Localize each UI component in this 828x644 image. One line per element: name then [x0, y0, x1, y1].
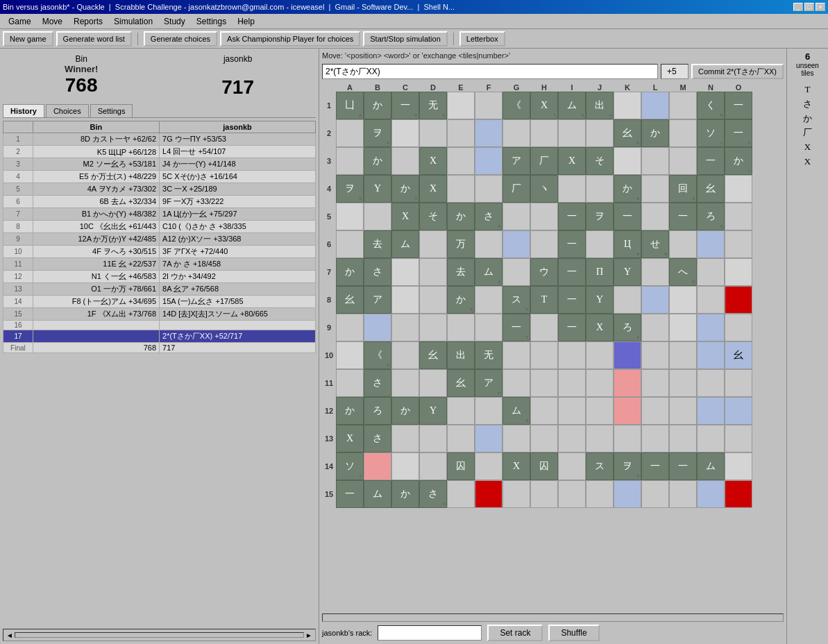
board-cell[interactable] [614, 147, 641, 175]
board-cell[interactable]: ス6 [502, 286, 530, 314]
board-cell[interactable] [697, 425, 725, 452]
board-cell[interactable]: ア6 [475, 369, 502, 397]
board-cell[interactable] [641, 286, 669, 314]
board-cell[interactable]: ム4 [502, 397, 530, 425]
board-cell[interactable]: Χ [419, 147, 447, 175]
board-cell[interactable]: か5 [391, 175, 419, 203]
board-cell[interactable]: 凵6 [336, 92, 364, 119]
board-cell[interactable] [419, 452, 447, 480]
board-cell[interactable]: さ [364, 258, 391, 286]
board-cell[interactable] [336, 230, 364, 258]
board-cell[interactable]: 厂 [502, 175, 530, 203]
maximize-btn[interactable]: □ [804, 3, 814, 11]
board-cell[interactable] [364, 314, 391, 341]
board-cell[interactable] [336, 119, 364, 147]
board-cell[interactable]: さ [364, 369, 391, 397]
board-cell[interactable]: 一 [697, 147, 725, 175]
board-cell[interactable] [586, 397, 614, 425]
board-cell[interactable]: 一 [336, 480, 364, 508]
board-cell[interactable] [669, 397, 697, 425]
board-cell[interactable]: ア [364, 286, 391, 314]
board-cell[interactable] [391, 425, 419, 452]
board-cell[interactable] [475, 147, 502, 175]
board-cell[interactable] [558, 369, 586, 397]
board-cell[interactable] [336, 341, 364, 369]
board-cell[interactable] [447, 175, 475, 203]
board-cell[interactable] [475, 230, 502, 258]
set-rack-button[interactable]: Set rack [487, 625, 543, 641]
board-cell[interactable] [558, 452, 586, 480]
board-cell[interactable]: 一 [558, 203, 586, 230]
board-cell[interactable]: T [530, 286, 558, 314]
board-cell[interactable]: 幺 [447, 369, 475, 397]
board-cell[interactable]: 幺 [725, 341, 752, 369]
board-cell[interactable] [586, 341, 614, 369]
board-cell[interactable]: 厂 [530, 147, 558, 175]
board-cell[interactable] [558, 397, 586, 425]
board-cell[interactable]: か [364, 147, 391, 175]
board-cell[interactable]: 一 [558, 230, 586, 258]
board-cell[interactable] [669, 92, 697, 119]
generate-word-list-button[interactable]: Generate word list [56, 31, 132, 46]
board-cell[interactable] [447, 119, 475, 147]
board-cell[interactable] [475, 425, 502, 452]
board-cell[interactable] [447, 314, 475, 341]
board-cell[interactable]: か [336, 397, 364, 425]
board-cell[interactable] [669, 341, 697, 369]
board-cell[interactable]: 万 [447, 230, 475, 258]
board-cell[interactable] [502, 230, 530, 258]
board-cell[interactable] [419, 314, 447, 341]
board-cell[interactable]: Χ [419, 175, 447, 203]
board-cell[interactable] [614, 425, 641, 452]
board-cell[interactable] [725, 452, 752, 480]
board-cell[interactable] [475, 175, 502, 203]
board-cell[interactable] [697, 341, 725, 369]
board-cell[interactable] [336, 314, 364, 341]
board-cell[interactable] [614, 369, 641, 397]
board-cell[interactable] [697, 397, 725, 425]
board-cell[interactable] [391, 119, 419, 147]
board-cell[interactable] [502, 203, 530, 230]
board-cell[interactable]: ム [697, 452, 725, 480]
board-cell[interactable] [614, 286, 641, 314]
board-cell[interactable]: 幺 [419, 341, 447, 369]
board-cell[interactable] [558, 119, 586, 147]
board-cell[interactable] [725, 480, 752, 508]
board-cell[interactable] [614, 397, 641, 425]
board-cell[interactable]: ヲ5 [614, 452, 641, 480]
board-cell[interactable]: か5 [725, 147, 752, 175]
board-cell[interactable] [336, 203, 364, 230]
board-cell[interactable]: く8 [697, 92, 725, 119]
board-cell[interactable] [419, 369, 447, 397]
board-cell[interactable] [641, 92, 669, 119]
left-scrollbar[interactable]: ◄ ► [3, 629, 316, 641]
board-cell[interactable]: 囚 [530, 452, 558, 480]
board-cell[interactable] [447, 147, 475, 175]
board-cell[interactable] [669, 480, 697, 508]
board-cell[interactable]: Χ [502, 452, 530, 480]
board-cell[interactable] [391, 369, 419, 397]
board-cell[interactable] [669, 119, 697, 147]
board-cell[interactable] [447, 92, 475, 119]
tab-choices[interactable]: Choices [46, 104, 89, 117]
board-cell[interactable]: か [364, 92, 391, 119]
board-cell[interactable]: ヲ8 [336, 175, 364, 203]
board-cell[interactable] [697, 369, 725, 397]
board-cell[interactable]: ウ [530, 258, 558, 286]
board-cell[interactable]: 去 [364, 230, 391, 258]
board-cell[interactable] [697, 258, 725, 286]
board-cell[interactable]: 无6 [419, 92, 447, 119]
board-cell[interactable] [336, 147, 364, 175]
board-cell[interactable]: 一 [614, 203, 641, 230]
board-cell[interactable]: Υ [614, 258, 641, 286]
board-cell[interactable]: Χ [391, 203, 419, 230]
board-cell[interactable] [530, 369, 558, 397]
board-cell[interactable] [502, 119, 530, 147]
board-cell[interactable]: 幺 [697, 175, 725, 203]
board-cell[interactable] [391, 258, 419, 286]
board-cell[interactable] [586, 175, 614, 203]
board-cell[interactable]: ア [502, 147, 530, 175]
board-cell[interactable]: か [336, 258, 364, 286]
board-cell[interactable] [614, 480, 641, 508]
board-cell[interactable] [725, 425, 752, 452]
